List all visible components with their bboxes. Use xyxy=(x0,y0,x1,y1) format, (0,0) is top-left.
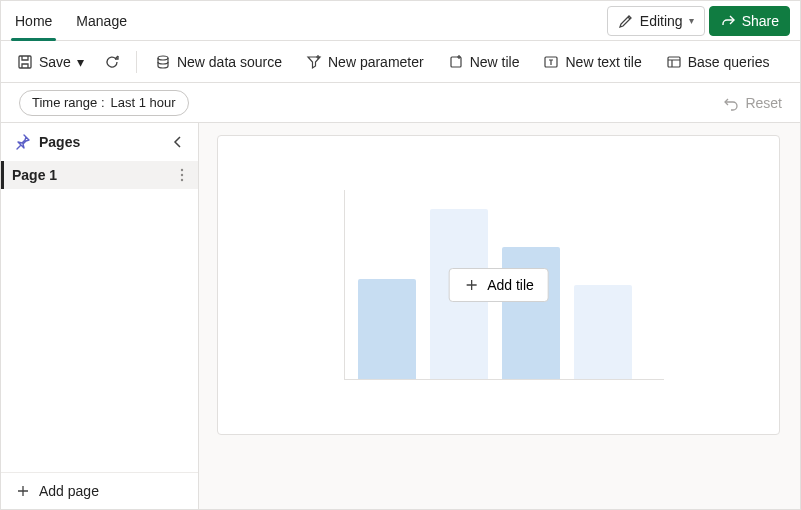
tab-home[interactable]: Home xyxy=(11,1,56,40)
divider xyxy=(136,51,137,73)
new-parameter-label: New parameter xyxy=(328,54,424,70)
svg-point-5 xyxy=(181,169,183,171)
svg-rect-4 xyxy=(668,57,680,67)
save-icon xyxy=(17,54,33,70)
new-data-source-label: New data source xyxy=(177,54,282,70)
share-button[interactable]: Share xyxy=(709,6,790,36)
editing-label: Editing xyxy=(640,13,683,29)
refresh-icon xyxy=(104,54,120,70)
parameter-row: Time range : Last 1 hour Reset xyxy=(1,83,800,123)
tab-manage-label: Manage xyxy=(76,13,127,29)
svg-point-6 xyxy=(181,174,183,176)
new-parameter-button[interactable]: New parameter xyxy=(300,47,430,77)
tile-plus-icon xyxy=(448,54,464,70)
tab-bar: Home Manage Editing ▾ Share xyxy=(1,1,800,41)
svg-rect-0 xyxy=(19,56,31,68)
new-tile-label: New tile xyxy=(470,54,520,70)
page-item[interactable]: Page 1 xyxy=(1,161,198,189)
add-tile-label: Add tile xyxy=(487,277,534,293)
pages-pin-icon xyxy=(13,133,31,151)
pages-sidebar: Pages Page 1 Add page xyxy=(1,123,199,509)
toolbar: Save ▾ New data source New parameter xyxy=(1,41,800,83)
reset-label: Reset xyxy=(745,95,782,111)
save-group: Save ▾ xyxy=(11,47,124,77)
base-queries-label: Base queries xyxy=(688,54,770,70)
empty-chart-placeholder: Add tile xyxy=(344,190,654,380)
add-tile-button[interactable]: Add tile xyxy=(448,268,549,302)
new-tile-button[interactable]: New tile xyxy=(442,47,526,77)
share-label: Share xyxy=(742,13,779,29)
queries-icon xyxy=(666,54,682,70)
collapse-sidebar-button[interactable] xyxy=(170,134,186,150)
pages-title: Pages xyxy=(39,134,80,150)
dashboard-canvas[interactable]: Add tile xyxy=(217,135,780,435)
svg-point-1 xyxy=(158,56,168,60)
time-range-pill[interactable]: Time range : Last 1 hour xyxy=(19,90,189,116)
refresh-button[interactable] xyxy=(100,47,124,77)
chevron-down-icon: ▾ xyxy=(77,54,84,70)
new-text-tile-button[interactable]: New text tile xyxy=(537,47,647,77)
reset-button[interactable]: Reset xyxy=(723,95,782,111)
save-button[interactable]: Save ▾ xyxy=(11,47,90,77)
tab-manage[interactable]: Manage xyxy=(72,1,131,40)
new-data-source-button[interactable]: New data source xyxy=(149,47,288,77)
time-range-value: Last 1 hour xyxy=(111,95,176,110)
database-icon xyxy=(155,54,171,70)
more-vertical-icon xyxy=(180,168,184,182)
save-label: Save xyxy=(39,54,71,70)
chevron-left-icon xyxy=(170,134,186,150)
add-page-button[interactable]: Add page xyxy=(1,472,198,509)
time-range-label: Time range : xyxy=(32,95,105,110)
undo-icon xyxy=(723,95,739,111)
filter-plus-icon xyxy=(306,54,322,70)
add-page-label: Add page xyxy=(39,483,99,499)
page-item-label: Page 1 xyxy=(12,167,57,183)
page-list: Page 1 xyxy=(1,161,198,472)
share-icon xyxy=(720,13,736,29)
pages-header: Pages xyxy=(1,123,198,161)
text-tile-icon xyxy=(543,54,559,70)
plus-icon xyxy=(15,483,31,499)
base-queries-button[interactable]: Base queries xyxy=(660,47,776,77)
chevron-down-icon: ▾ xyxy=(689,15,694,26)
plus-icon xyxy=(463,277,479,293)
pencil-icon xyxy=(618,13,634,29)
placeholder-bar xyxy=(574,285,632,380)
new-text-tile-label: New text tile xyxy=(565,54,641,70)
placeholder-bar xyxy=(358,279,416,379)
placeholder-bar xyxy=(502,247,560,379)
tab-home-label: Home xyxy=(15,13,52,29)
editing-mode-button[interactable]: Editing ▾ xyxy=(607,6,705,36)
app-root: Home Manage Editing ▾ Share xyxy=(0,0,801,510)
body: Pages Page 1 Add page xyxy=(1,123,800,509)
axis-y xyxy=(344,190,345,380)
svg-point-7 xyxy=(181,179,183,181)
tabs-group: Home Manage xyxy=(11,1,131,40)
canvas-area: Add tile xyxy=(199,123,800,509)
page-item-more-button[interactable] xyxy=(176,168,188,182)
axis-x xyxy=(344,379,664,380)
